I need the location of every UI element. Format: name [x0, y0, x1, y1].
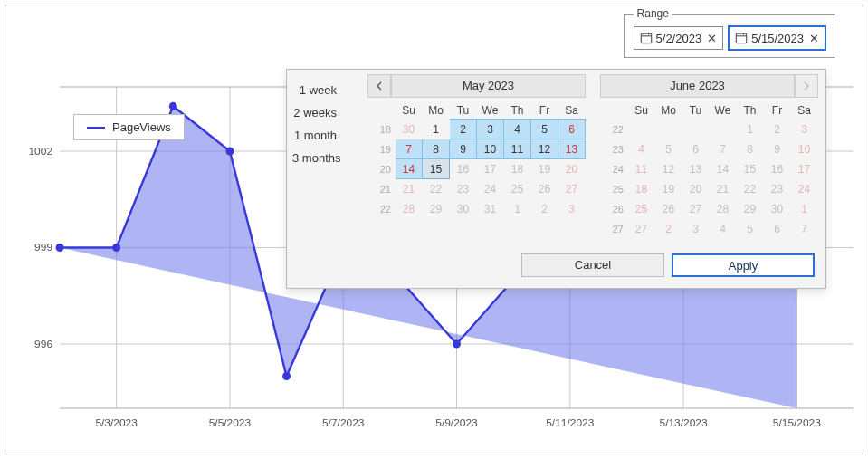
apply-button[interactable]: Apply [672, 253, 815, 277]
calendar-day[interactable]: 6 [558, 120, 586, 139]
calendar-day[interactable]: 4 [710, 219, 737, 239]
chart-legend: PageViews [73, 114, 185, 140]
clear-end-icon[interactable]: ✕ [807, 32, 819, 45]
month-left-title[interactable]: May 2023 [391, 74, 586, 98]
cancel-button[interactable]: Cancel [521, 253, 664, 277]
svg-point-18 [56, 244, 64, 252]
calendar-day[interactable]: 6 [682, 139, 710, 159]
preset-item[interactable]: 1 week [287, 79, 348, 101]
calendar-day[interactable]: 8 [737, 139, 764, 159]
svg-text:5/5/2023: 5/5/2023 [209, 416, 252, 429]
calendar-day[interactable]: 5 [737, 219, 764, 239]
start-date-value: 5/2/2023 [656, 32, 702, 45]
calendar-day[interactable]: 1 [423, 120, 450, 139]
calendar-day[interactable]: 17 [477, 159, 504, 179]
calendar-day[interactable]: 24 [477, 179, 504, 199]
calendar-day[interactable]: 26 [655, 199, 682, 219]
prev-month-button[interactable] [367, 74, 391, 98]
calendar-day[interactable]: 10 [477, 139, 504, 159]
calendar-day[interactable]: 30 [764, 199, 791, 219]
calendar-day[interactable]: 28 [710, 199, 737, 219]
calendar-day[interactable]: 12 [531, 139, 558, 159]
calendar-day[interactable]: 9 [764, 139, 791, 159]
calendar-day[interactable]: 4 [628, 139, 655, 159]
calendar-day[interactable]: 29 [423, 199, 450, 219]
preset-item[interactable]: 2 weeks [287, 101, 348, 124]
calendar-day[interactable]: 28 [396, 199, 423, 219]
start-date-field[interactable]: 5/2/2023 ✕ [634, 26, 724, 50]
calendar-day[interactable]: 16 [764, 159, 791, 179]
calendar-day[interactable]: 17 [791, 159, 818, 179]
calendar-day[interactable]: 5 [531, 120, 558, 139]
calendar-day[interactable]: 2 [531, 199, 558, 219]
calendar-day[interactable]: 23 [764, 179, 791, 199]
calendar-day[interactable]: 22 [737, 179, 764, 199]
clear-start-icon[interactable]: ✕ [705, 32, 717, 45]
calendar-day[interactable]: 30 [396, 120, 423, 139]
calendar-day[interactable]: 8 [423, 139, 450, 159]
calendar-day[interactable]: 26 [531, 179, 558, 199]
svg-rect-4 [736, 33, 746, 43]
svg-rect-0 [641, 33, 651, 43]
calendar-day[interactable]: 3 [477, 120, 504, 139]
calendar-day[interactable]: 14 [710, 159, 737, 179]
calendar-day[interactable]: 1 [737, 120, 764, 139]
calendar-day[interactable]: 13 [682, 159, 710, 179]
calendar-day[interactable]: 3 [558, 199, 586, 219]
calendar-day[interactable]: 9 [450, 139, 477, 159]
calendar-day[interactable]: 18 [628, 179, 655, 199]
end-date-field[interactable]: 5/15/2023 ✕ [729, 26, 825, 50]
calendar-day[interactable]: 7 [396, 139, 423, 159]
calendar-day[interactable]: 27 [628, 219, 655, 239]
calendar-day[interactable]: 10 [791, 139, 818, 159]
calendar-day[interactable]: 19 [531, 159, 558, 179]
calendar-day[interactable]: 19 [655, 179, 682, 199]
calendar-day[interactable]: 31 [477, 199, 504, 219]
preset-item[interactable]: 3 months [287, 147, 348, 169]
calendar-day[interactable]: 15 [423, 159, 450, 179]
calendar-day[interactable]: 23 [450, 179, 477, 199]
calendar-day[interactable]: 7 [710, 139, 737, 159]
calendar-day[interactable]: 1 [791, 199, 818, 219]
calendar-day[interactable]: 18 [504, 159, 531, 179]
calendar-day[interactable]: 27 [558, 179, 586, 199]
calendar-day[interactable] [655, 120, 682, 139]
calendar-day[interactable]: 25 [504, 179, 531, 199]
calendar-day[interactable]: 11 [628, 159, 655, 179]
calendar-day[interactable]: 27 [682, 199, 710, 219]
calendar-day[interactable]: 2 [450, 120, 477, 139]
date-range-popup: 1 week2 weeks1 month3 months May 2023 Su… [286, 69, 826, 289]
svg-text:5/9/2023: 5/9/2023 [435, 416, 478, 429]
calendar-day[interactable]: 11 [504, 139, 531, 159]
calendar-day[interactable]: 21 [396, 179, 423, 199]
calendar-day[interactable]: 22 [423, 179, 450, 199]
calendar-day[interactable]: 2 [764, 120, 791, 139]
svg-text:999: 999 [34, 242, 52, 254]
calendar-day[interactable]: 24 [791, 179, 818, 199]
calendar-day[interactable]: 20 [558, 159, 586, 179]
calendar-day[interactable]: 15 [737, 159, 764, 179]
calendar-day[interactable] [628, 120, 655, 139]
calendar-day[interactable]: 30 [450, 199, 477, 219]
calendar-day[interactable]: 4 [504, 120, 531, 139]
calendar-day[interactable]: 14 [396, 159, 423, 179]
calendar-day[interactable]: 13 [558, 139, 586, 159]
calendar-day[interactable]: 5 [655, 139, 682, 159]
calendar-day[interactable]: 20 [682, 179, 710, 199]
calendar-day[interactable]: 16 [450, 159, 477, 179]
calendar-day[interactable]: 25 [628, 199, 655, 219]
calendar-day[interactable] [682, 120, 710, 139]
month-right-title[interactable]: June 2023 [600, 74, 795, 98]
calendar-day[interactable]: 21 [710, 179, 737, 199]
calendar-day[interactable]: 3 [682, 219, 710, 239]
next-month-button[interactable] [795, 74, 818, 98]
calendar-day[interactable]: 1 [504, 199, 531, 219]
calendar-day[interactable] [710, 120, 737, 139]
preset-item[interactable]: 1 month [287, 124, 348, 147]
calendar-day[interactable]: 7 [791, 219, 818, 239]
calendar-day[interactable]: 6 [764, 219, 791, 239]
calendar-day[interactable]: 2 [655, 219, 682, 239]
calendar-day[interactable]: 12 [655, 159, 682, 179]
calendar-day[interactable]: 29 [737, 199, 764, 219]
calendar-day[interactable]: 3 [791, 120, 818, 139]
